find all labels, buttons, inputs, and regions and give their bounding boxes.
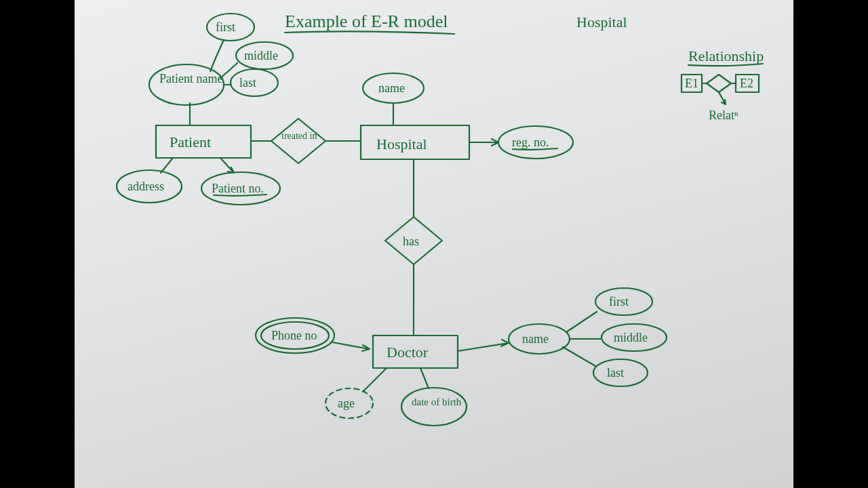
svg-text:date of birth: date of birth — [412, 396, 462, 407]
svg-text:address: address — [127, 180, 164, 193]
svg-text:Patient name: Patient name — [159, 72, 222, 85]
svg-text:Patient: Patient — [170, 134, 211, 150]
corner-label: Hospital — [576, 14, 627, 30]
svg-text:middle: middle — [614, 331, 648, 344]
rel-treated-in — [271, 119, 326, 163]
svg-text:has: has — [403, 235, 419, 248]
svg-text:middle: middle — [244, 49, 278, 62]
svg-text:name: name — [522, 332, 549, 346]
legend-e1: E1 — [685, 77, 698, 90]
svg-text:Hospital: Hospital — [376, 136, 427, 152]
svg-text:Doctor: Doctor — [387, 344, 429, 361]
legend-e2: E2 — [740, 77, 753, 90]
svg-text:reg. no.: reg. no. — [512, 136, 549, 149]
svg-text:Phone no: Phone no — [271, 329, 317, 342]
svg-text:age: age — [338, 396, 355, 410]
svg-text:last: last — [607, 366, 624, 380]
svg-text:first: first — [216, 20, 235, 34]
legend-diamond — [707, 75, 731, 92]
svg-text:last: last — [239, 76, 256, 89]
svg-text:Patient no.: Patient no. — [212, 182, 264, 195]
svg-text:first: first — [609, 295, 629, 308]
svg-text:treated in: treated in — [281, 131, 317, 141]
whiteboard: Example of E-R model Hospital Relationsh… — [75, 0, 793, 488]
legend-caption: Relatⁿ — [709, 108, 738, 122]
diagram-title: Example of E-R model — [285, 12, 448, 31]
legend: Relationship E1 E2 Relatⁿ — [682, 47, 764, 122]
er-diagram-canvas: Example of E-R model Hospital Relationsh… — [75, 0, 793, 488]
title-underline — [285, 31, 454, 34]
svg-text:name: name — [378, 81, 405, 95]
legend-heading: Relationship — [688, 47, 764, 64]
